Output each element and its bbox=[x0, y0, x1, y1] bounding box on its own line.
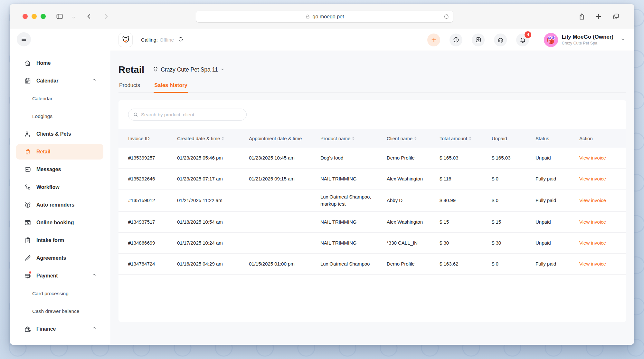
column-total-amount[interactable]: Total amount bbox=[440, 136, 492, 141]
sidebar-item-finance[interactable]: Finance bbox=[16, 321, 103, 337]
calling-status-value: Offline bbox=[160, 37, 174, 43]
tab-bar: ProductsSales history bbox=[118, 80, 626, 92]
sidebar-item-label: Clients & Pets bbox=[36, 131, 99, 137]
cell-product: NAIL TRIMMING bbox=[320, 215, 387, 229]
table-row[interactable]: #13478472401/16/2025 04:29 am01/15/2025 … bbox=[118, 254, 626, 275]
sort-icon[interactable] bbox=[222, 137, 224, 140]
sidebar-chevron-icon[interactable] bbox=[69, 13, 78, 22]
cell-created: 01/18/2025 10:54 am bbox=[177, 215, 249, 229]
column-product-name[interactable]: Product name bbox=[320, 136, 387, 141]
column-unpaid: Unpaid bbox=[492, 136, 535, 141]
cell-invoice-id: #135159012 bbox=[128, 193, 177, 208]
view-invoice-link[interactable]: View invoice bbox=[579, 240, 606, 246]
url-bar[interactable]: go.moego.pet bbox=[196, 11, 453, 23]
view-invoice-link[interactable]: View invoice bbox=[579, 219, 606, 225]
cell-appointment: 01/23/2025 10:45 am bbox=[249, 150, 320, 165]
user-name: Lily MoeGo (Owner) bbox=[562, 34, 613, 40]
column-invoice-id: Invoice ID bbox=[128, 136, 177, 141]
forward-button[interactable] bbox=[101, 12, 111, 21]
cell-product: NAIL TRIMMING bbox=[320, 236, 387, 250]
sidebar-subitem-card-processing[interactable]: Card processing bbox=[16, 286, 103, 301]
cell-client: Demo Profile bbox=[387, 257, 440, 271]
search-box[interactable] bbox=[128, 109, 247, 121]
cell-status: Unpaid bbox=[535, 150, 579, 165]
tab-sales-history[interactable]: Sales history bbox=[154, 80, 188, 92]
sidebar-item-clients-pets[interactable]: Clients & Pets bbox=[16, 126, 103, 142]
page-title: Retail bbox=[118, 64, 144, 75]
cell-product: NAIL TRIMMING bbox=[320, 171, 387, 186]
chevron-down-icon bbox=[220, 66, 225, 73]
sort-icon[interactable] bbox=[352, 137, 355, 140]
cell-invoice-id: #134866699 bbox=[128, 236, 177, 250]
sidebar-item-home[interactable]: Home bbox=[16, 55, 103, 71]
table-row[interactable]: #13529264601/23/2025 07:17 am01/21/2025 … bbox=[118, 169, 626, 189]
sidebar-subitem-cash-drawer-balance[interactable]: Cash drawer balance bbox=[16, 304, 103, 319]
calling-label: Calling: bbox=[141, 37, 158, 43]
tab-products[interactable]: Products bbox=[118, 80, 141, 92]
sidebar-item-online-booking[interactable]: Online booking bbox=[16, 215, 103, 230]
search-icon bbox=[133, 112, 138, 117]
table-row[interactable]: #13493751701/18/2025 10:54 amNAIL TRIMMI… bbox=[118, 212, 626, 233]
minimize-window-button[interactable] bbox=[32, 14, 37, 19]
cell-total: $ 40.99 bbox=[440, 193, 492, 208]
cell-total: $ 30 bbox=[440, 236, 492, 250]
sidebar-item-agreements[interactable]: Agreements bbox=[16, 250, 103, 266]
view-invoice-link[interactable]: View invoice bbox=[579, 176, 606, 181]
sort-icon[interactable] bbox=[414, 137, 417, 140]
cell-appointment bbox=[249, 239, 320, 247]
location-selector[interactable]: Crazy Cute Pet Spa 11 bbox=[153, 66, 225, 73]
sidebar-subitem-calendar[interactable]: Calendar bbox=[16, 91, 103, 106]
bank-icon bbox=[24, 325, 31, 333]
table-row[interactable]: #13486669901/17/2025 10:24 amNAIL TRIMMI… bbox=[118, 233, 626, 254]
sidebar-item-workflow[interactable]: Workflow bbox=[16, 180, 103, 195]
alarm-icon bbox=[24, 201, 31, 209]
search-input[interactable] bbox=[141, 112, 242, 117]
zoom-window-button[interactable] bbox=[41, 14, 46, 19]
refresh-icon[interactable] bbox=[178, 36, 184, 44]
share-icon[interactable] bbox=[577, 12, 587, 21]
sidebar-item-label: Messages bbox=[36, 167, 99, 172]
sort-icon[interactable] bbox=[469, 137, 471, 140]
sidebar-item-calendar[interactable]: Calendar bbox=[16, 73, 103, 89]
tray-up-button[interactable] bbox=[472, 34, 485, 46]
sidebar-subitem-lodgings[interactable]: Lodgings bbox=[16, 109, 103, 124]
sidebar-item-payment[interactable]: Payment bbox=[16, 268, 103, 284]
close-window-button[interactable] bbox=[23, 14, 28, 19]
sidebar-item-auto-reminders[interactable]: Auto reminders bbox=[16, 197, 103, 213]
tab-overview-icon[interactable] bbox=[611, 12, 621, 21]
sidebar-item-retail[interactable]: Retail bbox=[16, 144, 103, 160]
reload-icon[interactable] bbox=[443, 14, 450, 21]
cell-unpaid: $ 30 bbox=[492, 236, 535, 250]
cell-created: 01/16/2025 04:29 am bbox=[177, 257, 249, 271]
cell-appointment: 01/15/2025 01:00 pm bbox=[249, 257, 320, 271]
cell-product: Lux Oatmeal Shampoo bbox=[320, 257, 387, 271]
cell-product: Lux Oatmeal Shampoo, markup test bbox=[320, 189, 387, 211]
view-invoice-link[interactable]: View invoice bbox=[579, 261, 606, 267]
table-row[interactable]: #13515901201/21/2025 11:22 amLux Oatmeal… bbox=[118, 189, 626, 212]
column-client-name[interactable]: Client name bbox=[387, 136, 440, 141]
cell-product: Dog's food bbox=[320, 150, 387, 165]
user-menu[interactable]: Lily MoeGo (Owner) Crazy Cute Pet Spa bbox=[544, 33, 625, 47]
cell-total: $ 116 bbox=[440, 171, 492, 186]
menu-toggle-button[interactable] bbox=[17, 32, 31, 46]
lock-icon bbox=[305, 14, 310, 19]
table-row[interactable]: #13539925701/23/2025 05:46 pm01/23/2025 … bbox=[118, 148, 626, 169]
view-invoice-link[interactable]: View invoice bbox=[579, 198, 606, 203]
plus-button[interactable] bbox=[427, 34, 440, 46]
cell-status: Unpaid bbox=[535, 236, 579, 250]
new-tab-icon[interactable] bbox=[594, 12, 603, 21]
view-invoice-link[interactable]: View invoice bbox=[579, 155, 606, 160]
headset-button[interactable] bbox=[494, 34, 507, 46]
clock-button[interactable] bbox=[450, 34, 462, 46]
sidebar-item-label: Finance bbox=[36, 326, 92, 332]
sidebar-item-messages[interactable]: Messages bbox=[16, 162, 103, 177]
sidebar-toggle-icon[interactable] bbox=[55, 12, 64, 21]
back-button[interactable] bbox=[84, 12, 94, 21]
sidebar-item-intake-form[interactable]: Intake form bbox=[16, 233, 103, 248]
column-created-date-time[interactable]: Created date & time bbox=[177, 136, 249, 141]
workflow-icon bbox=[24, 184, 31, 191]
url-text: go.moego.pet bbox=[313, 14, 344, 20]
sidebar-item-label: Auto reminders bbox=[36, 202, 99, 208]
cell-status: Fully paid bbox=[535, 193, 579, 208]
bell-button[interactable]: 4 bbox=[516, 34, 529, 46]
